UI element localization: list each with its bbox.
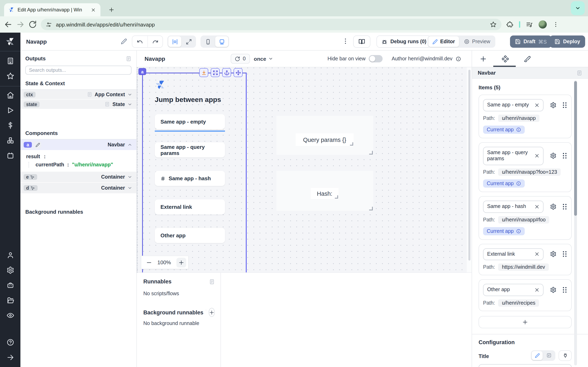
tab-component-settings[interactable] <box>494 55 516 62</box>
container-hash[interactable]: Hash: <box>277 171 373 211</box>
function-mode-icon[interactable] <box>544 351 554 360</box>
expand-sidebar-icon[interactable] <box>6 354 14 361</box>
item-settings-gear-icon[interactable] <box>550 251 557 258</box>
tab-styling[interactable] <box>516 55 538 62</box>
nav-item-other-app[interactable]: Other app <box>155 228 225 243</box>
anchor-button[interactable] <box>222 68 231 77</box>
clear-icon[interactable] <box>535 204 540 209</box>
path-value[interactable]: u/henri/navapp <box>498 114 539 122</box>
clear-icon[interactable] <box>535 287 540 292</box>
search-input[interactable] <box>29 67 128 73</box>
component-row-d[interactable]: d Container <box>20 183 136 193</box>
component-id-tag[interactable]: a <box>138 68 146 75</box>
static-mode-pencil-icon[interactable] <box>532 351 543 360</box>
path-value[interactable]: u/henri/recipes <box>498 299 539 307</box>
item-settings-gear-icon[interactable] <box>550 153 557 159</box>
mobile-view-button[interactable] <box>201 36 214 47</box>
drag-handle-icon[interactable] <box>562 153 567 159</box>
output-row-state[interactable]: state State <box>20 100 136 109</box>
redo-button[interactable] <box>147 36 163 47</box>
title-value-input[interactable] <box>479 364 572 367</box>
sidebar-item-favorites[interactable] <box>6 72 14 80</box>
more-menu-icon[interactable] <box>342 38 349 45</box>
panel-doc-icon[interactable] <box>126 56 131 61</box>
info-icon[interactable] <box>516 181 521 186</box>
info-icon[interactable] <box>456 56 461 61</box>
bookmark-star-icon[interactable] <box>490 21 497 28</box>
playlist-icon[interactable] <box>526 21 533 28</box>
sidebar-item-home[interactable] <box>6 91 14 99</box>
info-icon[interactable] <box>516 127 521 132</box>
tab-close-icon[interactable] <box>90 7 96 13</box>
zoom-out-button[interactable] <box>146 259 152 265</box>
sidebar-item-variables[interactable] <box>6 122 14 129</box>
profile-avatar[interactable] <box>539 20 547 29</box>
clear-icon[interactable] <box>535 154 540 158</box>
clear-icon[interactable] <box>535 252 540 257</box>
output-row-ctx[interactable]: ctx App Context <box>20 90 136 99</box>
drag-handle-icon[interactable] <box>562 251 567 258</box>
browser-menu-icon[interactable] <box>553 21 559 28</box>
sidebar-item-schedules[interactable] <box>6 152 14 159</box>
add-nav-item-button[interactable] <box>479 316 572 328</box>
back-icon[interactable] <box>4 20 12 29</box>
expand-down-button[interactable] <box>199 68 208 77</box>
item-label-select[interactable]: Same app - empty <box>483 99 544 111</box>
panel-scrollbar-thumb[interactable] <box>574 81 577 216</box>
path-value[interactable]: https://windmill.dev <box>498 263 549 271</box>
deploy-button[interactable]: Deploy <box>550 35 585 48</box>
nav-item-external-link[interactable]: External link <box>155 200 225 215</box>
canvas-scrollbar[interactable] <box>468 70 470 261</box>
browser-tab[interactable]: Edit App u/henri/navapp | Win <box>4 3 100 16</box>
drag-handle-icon[interactable] <box>562 203 567 210</box>
windmill-logo[interactable] <box>5 37 16 47</box>
panel-doc-icon[interactable] <box>577 70 582 76</box>
item-label-select[interactable]: External link <box>483 248 544 260</box>
sidebar-item-runs[interactable] <box>6 106 14 114</box>
add-background-runnable-button[interactable] <box>209 308 215 317</box>
fullscreen-layout-button[interactable] <box>182 36 195 47</box>
app-canvas[interactable]: a <box>137 67 472 272</box>
item-settings-gear-icon[interactable] <box>550 102 557 108</box>
zoom-in-button[interactable] <box>176 258 186 267</box>
tab-search-button[interactable] <box>571 1 585 15</box>
help-icon[interactable] <box>6 338 14 346</box>
drag-handle-icon[interactable] <box>562 102 567 108</box>
hide-bar-toggle[interactable] <box>369 55 383 62</box>
rename-pencil-icon[interactable] <box>121 38 127 44</box>
new-tab-button[interactable] <box>107 5 116 14</box>
url-field[interactable]: app.windmill.dev/apps/edit/u/henri/navap… <box>41 19 502 30</box>
panel-doc-icon[interactable] <box>209 279 215 284</box>
item-settings-gear-icon[interactable] <box>550 287 557 293</box>
connect-plug-icon[interactable] <box>559 350 572 361</box>
edit-id-pencil-icon[interactable] <box>34 141 42 148</box>
info-icon[interactable] <box>206 310 206 315</box>
extensions-icon[interactable] <box>506 21 513 28</box>
clear-icon[interactable] <box>535 103 540 108</box>
nav-item-hash[interactable]: Same app - hash <box>155 171 225 186</box>
refresh-button[interactable]: 0 <box>231 54 250 64</box>
docs-button[interactable] <box>353 35 370 48</box>
sidebar-item-folders[interactable] <box>6 296 14 304</box>
run-mode-dropdown[interactable]: once <box>254 56 273 62</box>
sidebar-item-settings[interactable] <box>6 266 14 274</box>
centered-layout-button[interactable] <box>168 36 181 47</box>
debug-runs-button[interactable]: Debug runs (0) <box>376 35 431 48</box>
nav-item-query-params[interactable]: Same app - query params <box>155 142 225 157</box>
sidebar-item-workspace[interactable] <box>6 57 14 65</box>
component-row-e[interactable]: e Container <box>20 172 136 182</box>
item-label-select[interactable]: Same app - query params <box>483 147 544 165</box>
drag-handle-icon[interactable] <box>562 287 567 293</box>
info-icon[interactable] <box>516 229 521 234</box>
undo-button[interactable] <box>132 36 147 47</box>
item-label-select[interactable]: Same app - hash <box>483 201 544 213</box>
path-value[interactable]: u/henri/navapp?foo=123 <box>498 168 561 176</box>
tab-editor[interactable]: Editor <box>428 36 459 47</box>
sidebar-item-workers[interactable] <box>6 281 14 289</box>
site-settings-icon[interactable] <box>46 21 52 27</box>
reload-icon[interactable] <box>29 20 37 29</box>
sidebar-item-audit[interactable] <box>6 312 14 319</box>
tab-insert-component[interactable] <box>472 55 494 62</box>
component-row-navbar[interactable]: a Navbar <box>20 140 136 150</box>
nav-item-same-app-empty[interactable]: Same app - empty <box>155 114 225 129</box>
